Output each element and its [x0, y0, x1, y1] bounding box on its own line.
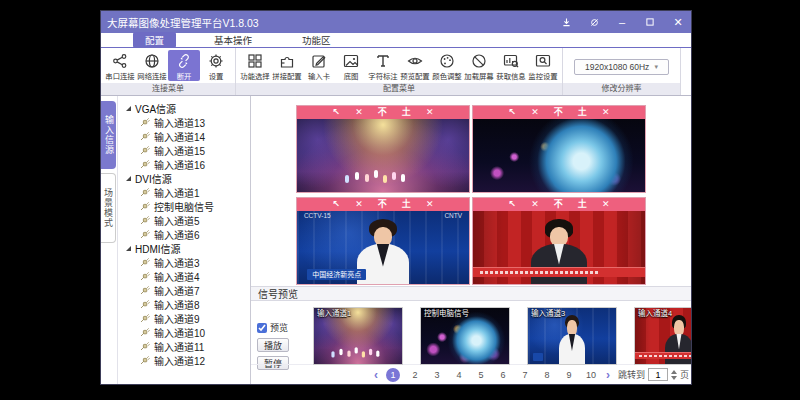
thumbnail-channel-3[interactable]: 输入通道3: [527, 307, 617, 365]
theme-icon[interactable]: [587, 17, 601, 28]
next-page-icon[interactable]: ›: [606, 369, 610, 381]
cell-icon-2[interactable]: ✕: [355, 200, 363, 209]
tree-group-dvi[interactable]: DVI信源: [124, 171, 250, 185]
wall-cell-toolbar: ↖ ✕ 不 土 ✕: [297, 106, 469, 119]
chart-search-icon: [503, 52, 519, 70]
tree-item[interactable]: 输入通道15: [124, 143, 250, 157]
preview-config-button[interactable]: 预览配置: [399, 50, 431, 81]
side-tabbar: 输入信源 场景模式: [101, 96, 117, 384]
expander-icon[interactable]: [126, 176, 131, 181]
prev-page-icon[interactable]: ‹: [374, 369, 378, 381]
cell-icon-5[interactable]: ✕: [602, 108, 610, 117]
expander-icon[interactable]: [126, 106, 131, 111]
input-card-button[interactable]: 输入卡: [303, 50, 335, 81]
jump-input[interactable]: [648, 368, 668, 381]
pin-icon[interactable]: [559, 17, 573, 28]
side-tab-input-sources[interactable]: 输入信源: [101, 101, 116, 169]
cell-icon-5[interactable]: ✕: [426, 108, 434, 117]
tree-item[interactable]: 控制电脑信号: [124, 199, 250, 213]
tree-item[interactable]: 输入通道11: [124, 339, 250, 353]
play-button[interactable]: 播放: [257, 338, 289, 352]
cell-icon-4[interactable]: 土: [402, 108, 411, 117]
resolution-dropdown[interactable]: 1920x1080 60Hz ▾: [574, 59, 669, 75]
video-bubble: [473, 119, 645, 192]
cell-icon-1[interactable]: ↖: [333, 108, 341, 117]
cell-icon-4[interactable]: 土: [578, 108, 587, 117]
tree-item[interactable]: 输入通道13: [124, 115, 250, 129]
close-button[interactable]: ✕: [671, 17, 685, 28]
cell-icon-4[interactable]: 土: [402, 200, 411, 209]
wall-cell-3[interactable]: ↖ ✕ 不 土 ✕ CCTV-15 CNTV 中国经济新亮点: [296, 197, 470, 285]
wall-cell-4[interactable]: ↖ ✕ 不 土 ✕: [472, 197, 646, 285]
tree-group-hdmi[interactable]: HDMI信源: [124, 241, 250, 255]
thumbnail-channel-1[interactable]: 输入通道1: [313, 307, 403, 365]
monitor-settings-button[interactable]: 监控设置: [527, 50, 559, 81]
cell-icon-3[interactable]: 不: [554, 108, 563, 117]
jump-spinner[interactable]: [671, 370, 677, 380]
base-image-button[interactable]: 底图: [335, 50, 367, 81]
function-select-button[interactable]: 功能选择: [239, 50, 271, 81]
tree-item[interactable]: 输入通道16: [124, 157, 250, 171]
expander-icon[interactable]: [126, 246, 131, 251]
color-adjust-button[interactable]: 颜色调整: [431, 50, 463, 81]
cell-icon-4[interactable]: 土: [578, 200, 587, 209]
tree-item[interactable]: 输入通道12: [124, 353, 250, 367]
tree-item[interactable]: 输入通道1: [124, 185, 250, 199]
tree-item[interactable]: 输入通道10: [124, 325, 250, 339]
wall-cell-2[interactable]: ↖ ✕ 不 土 ✕: [472, 105, 646, 193]
page-10[interactable]: 10: [584, 368, 598, 382]
cell-icon-3[interactable]: 不: [378, 200, 387, 209]
page-7[interactable]: 7: [518, 368, 532, 382]
serial-connect-button[interactable]: 串口连接: [104, 50, 136, 81]
page-5[interactable]: 5: [474, 368, 488, 382]
page-9[interactable]: 9: [562, 368, 576, 382]
thumbnail-channel-4[interactable]: 输入通道4: [634, 307, 692, 365]
cell-icon-3[interactable]: 不: [554, 200, 563, 209]
wall-cell-1[interactable]: ↖ ✕ 不 土 ✕: [296, 105, 470, 193]
page-3[interactable]: 3: [430, 368, 444, 382]
tree-item[interactable]: 输入通道6: [124, 227, 250, 241]
load-screen-button[interactable]: 加载屏幕: [463, 50, 495, 81]
tree-item[interactable]: 输入通道5: [124, 213, 250, 227]
side-tab-scene-mode[interactable]: 场景模式: [101, 173, 116, 243]
ribbon: 串口连接 网络连接 断开: [101, 48, 691, 96]
forbid-icon: [471, 52, 487, 70]
cell-icon-1[interactable]: ↖: [509, 108, 517, 117]
tree-item[interactable]: 输入通道8: [124, 297, 250, 311]
disconnect-button[interactable]: 断开: [168, 50, 200, 81]
tree-item[interactable]: 输入通道14: [124, 129, 250, 143]
tab-function-area[interactable]: 功能区: [290, 32, 343, 48]
page-8[interactable]: 8: [540, 368, 554, 382]
minimize-button[interactable]: –: [615, 17, 629, 28]
page-4[interactable]: 4: [452, 368, 466, 382]
page-6[interactable]: 6: [496, 368, 510, 382]
tree-item[interactable]: 输入通道9: [124, 311, 250, 325]
preview-checkbox[interactable]: [257, 323, 267, 333]
cell-icon-5[interactable]: ✕: [426, 200, 434, 209]
cell-icon-2[interactable]: ✕: [531, 200, 539, 209]
cell-icon-1[interactable]: ↖: [509, 200, 517, 209]
tree-group-vga[interactable]: VGA信源: [124, 101, 250, 115]
tab-basic-ops[interactable]: 基本操作: [202, 32, 264, 48]
text-annotation-button[interactable]: 字符标注: [367, 50, 399, 81]
cell-icon-3[interactable]: 不: [378, 108, 387, 117]
cell-icon-1[interactable]: ↖: [333, 200, 341, 209]
maximize-button[interactable]: [643, 17, 657, 27]
page-2[interactable]: 2: [408, 368, 422, 382]
tree-item[interactable]: 输入通道3: [124, 255, 250, 269]
cell-icon-5[interactable]: ✕: [602, 200, 610, 209]
tree-item[interactable]: 输入通道7: [124, 283, 250, 297]
cell-icon-2[interactable]: ✕: [355, 108, 363, 117]
monitor-search-icon: [535, 52, 551, 70]
tree-item[interactable]: 输入通道4: [124, 269, 250, 283]
jump-to-page: 跳转到 页: [618, 368, 689, 381]
thumbnail-control-pc[interactable]: 控制电脑信号: [420, 307, 510, 365]
page-1[interactable]: 1: [386, 368, 400, 382]
splice-config-button[interactable]: 拼接配置: [271, 50, 303, 81]
settings-button[interactable]: 设置: [200, 50, 232, 81]
get-info-button[interactable]: 获取信息: [495, 50, 527, 81]
tab-config[interactable]: 配置: [133, 32, 176, 48]
cell-icon-2[interactable]: ✕: [531, 108, 539, 117]
network-connect-button[interactable]: 网络连接: [136, 50, 168, 81]
plug-icon: [140, 117, 150, 127]
